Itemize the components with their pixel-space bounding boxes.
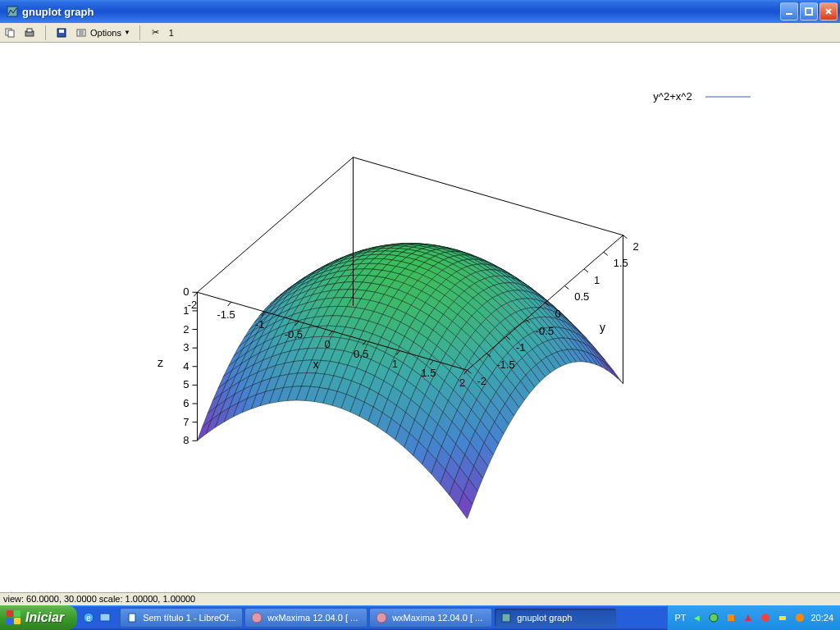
start-label: Iniciar: [25, 610, 64, 625]
svg-text:-1.5: -1.5: [496, 358, 514, 371]
svg-text:-1: -1: [516, 341, 526, 354]
clock[interactable]: 20:24: [810, 613, 833, 623]
options-button[interactable]: Options ▼: [75, 26, 130, 39]
language-indicator[interactable]: PT: [674, 613, 686, 623]
cut-button[interactable]: ✂: [149, 26, 162, 39]
copy-button[interactable]: [3, 26, 16, 39]
system-tray: PT ◄ 20:24: [667, 605, 840, 630]
scissors-icon: ✂: [149, 26, 162, 39]
svg-line-63: [623, 235, 628, 239]
quick-launch: e: [77, 605, 116, 630]
svg-point-72: [710, 614, 718, 622]
svg-text:-2: -2: [477, 375, 487, 387]
task-list: Sem título 1 - LibreOf... wxMaxima 12.04…: [116, 605, 667, 630]
task-label: wxMaxima 12.04.0 [ ...: [392, 613, 482, 623]
taskbar-item[interactable]: Sem título 1 - LibreOf...: [120, 608, 243, 628]
status-text: view: 60.0000, 30.0000 scale: 1.00000, 1…: [3, 594, 195, 604]
taskbar-item[interactable]: wxMaxima 12.04.0 [ ...: [244, 608, 368, 628]
tray-icon[interactable]: [742, 611, 755, 624]
svg-text:5: 5: [183, 378, 189, 390]
svg-text:0.5: 0.5: [354, 348, 368, 360]
svg-text:1.5: 1.5: [614, 257, 628, 269]
svg-rect-6: [27, 29, 32, 32]
window-titlebar: gnuplot graph: [0, 0, 840, 23]
svg-rect-73: [728, 614, 734, 621]
task-label: gnuplot graph: [517, 613, 572, 623]
svg-text:8: 8: [183, 434, 189, 446]
maximize-button[interactable]: [800, 2, 818, 21]
svg-text:3: 3: [183, 341, 189, 354]
svg-line-29: [194, 292, 197, 296]
svg-rect-1: [786, 13, 792, 15]
toolbar-separator: [139, 25, 140, 40]
gnuplot-icon: [500, 611, 513, 624]
taskbar-item[interactable]: wxMaxima 12.04.0 [ ...: [369, 608, 492, 628]
svg-rect-2: [806, 8, 812, 15]
svg-text:7: 7: [183, 416, 189, 428]
svg-text:1: 1: [392, 358, 398, 370]
tray-icon[interactable]: [759, 611, 772, 624]
taskbar: Iniciar e Sem título 1 - LibreOf... wxMa…: [0, 605, 840, 630]
desktop-icon[interactable]: [98, 611, 112, 624]
plot-svg: y^2+x^2 012345678-2-1.5-1-0.500.511.52-2…: [0, 43, 840, 592]
svg-line-61: [604, 252, 608, 255]
svg-text:0.5: 0.5: [574, 290, 589, 303]
svg-line-57: [564, 285, 568, 289]
svg-text:4: 4: [183, 360, 189, 372]
svg-text:-1: -1: [255, 318, 265, 331]
surface-mesh: [198, 244, 623, 519]
windows-logo-icon: [7, 610, 21, 625]
svg-rect-8: [59, 30, 64, 33]
print-icon: [23, 26, 36, 39]
toolbar-number: 1: [169, 28, 174, 38]
tray-icon[interactable]: ◄: [690, 611, 703, 624]
print-button[interactable]: [23, 26, 36, 39]
svg-text:0: 0: [555, 308, 561, 320]
svg-text:-1.5: -1.5: [217, 308, 235, 321]
svg-rect-68: [129, 614, 135, 622]
svg-rect-4: [8, 30, 14, 37]
svg-text:2: 2: [633, 240, 639, 253]
window-title: gnuplot graph: [22, 6, 780, 18]
svg-rect-71: [502, 614, 510, 622]
svg-text:-0.5: -0.5: [285, 328, 303, 340]
plot-area[interactable]: y^2+x^2 012345678-2-1.5-1-0.500.511.52-2…: [0, 43, 840, 592]
ie-icon[interactable]: e: [82, 611, 95, 624]
tray-icon[interactable]: [707, 611, 720, 624]
svg-line-59: [584, 269, 588, 272]
svg-point-76: [796, 614, 804, 622]
z-axis-label: z: [158, 356, 163, 369]
svg-rect-67: [100, 614, 110, 621]
app-icon: [6, 5, 19, 18]
svg-point-70: [377, 613, 386, 623]
svg-text:e: e: [86, 614, 91, 623]
wxmaxima-icon: [375, 611, 388, 624]
document-icon: [126, 611, 139, 624]
close-button[interactable]: [819, 2, 838, 21]
chevron-down-icon: ▼: [124, 29, 130, 36]
wxmaxima-icon: [250, 611, 263, 624]
task-label: wxMaxima 12.04.0 [ ...: [267, 613, 358, 623]
minimize-button[interactable]: [780, 2, 798, 21]
save-button[interactable]: [55, 26, 68, 39]
svg-point-74: [761, 614, 769, 622]
tray-icon[interactable]: [724, 611, 737, 624]
svg-text:2: 2: [183, 323, 189, 336]
x-axis-label: x: [313, 358, 319, 371]
plot-legend: y^2+x^2: [653, 90, 692, 103]
tray-icon[interactable]: [776, 611, 789, 624]
start-button[interactable]: Iniciar: [0, 605, 77, 630]
copy-icon: [3, 26, 16, 39]
status-bar: view: 60.0000, 30.0000 scale: 1.00000, 1…: [0, 592, 840, 605]
task-label: Sem título 1 - LibreOf...: [143, 613, 236, 623]
svg-text:1: 1: [594, 274, 600, 286]
y-axis-label: y: [600, 321, 605, 334]
tray-icon[interactable]: [793, 611, 806, 624]
svg-text:0: 0: [183, 285, 189, 298]
svg-text:0: 0: [324, 338, 330, 350]
options-icon: [75, 26, 88, 39]
taskbar-item-active[interactable]: gnuplot graph: [494, 608, 617, 628]
svg-point-69: [252, 613, 262, 623]
toolbar-separator: [45, 25, 46, 40]
svg-text:-2: -2: [188, 299, 198, 311]
